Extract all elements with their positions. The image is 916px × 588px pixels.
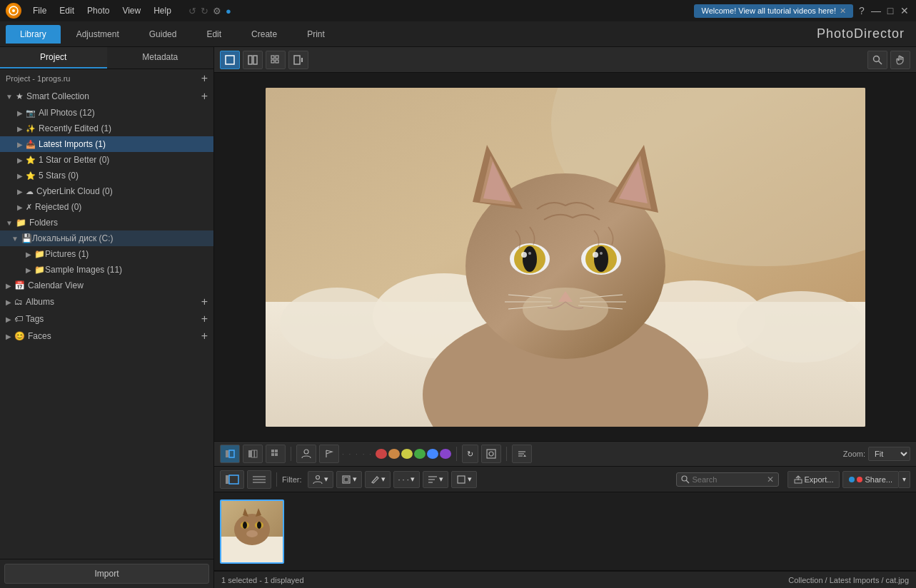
crop-filter-button[interactable]: ▾: [451, 471, 477, 488]
import-button[interactable]: Import: [4, 564, 209, 584]
folders-header[interactable]: ▼ 📁 Folders: [0, 215, 213, 230]
compare-view-button[interactable]: [243, 51, 263, 69]
grid-view-button[interactable]: [266, 51, 286, 69]
color-green[interactable]: [414, 449, 426, 459]
all-photos-icon: 📷: [26, 108, 36, 118]
sidebar-tab-project[interactable]: Project: [0, 47, 107, 69]
frame-filter-arrow: ▾: [353, 475, 357, 484]
tab-guided[interactable]: Guided: [135, 25, 191, 44]
filmstrip-view-2[interactable]: [247, 470, 271, 489]
svg-rect-2: [226, 56, 234, 64]
maximize-button[interactable]: □: [885, 5, 896, 16]
five-stars-label: 5 Stars (0): [39, 171, 79, 181]
calendar-expand: ▶: [6, 282, 11, 290]
color-blue[interactable]: [427, 449, 438, 459]
svg-point-86: [246, 530, 258, 537]
menu-file[interactable]: File: [27, 4, 52, 18]
export-button[interactable]: Export...: [787, 471, 840, 488]
sidebar-item-rejected[interactable]: ▶ ✗ Rejected (0): [0, 199, 213, 215]
close-button[interactable]: ✕: [899, 5, 910, 16]
menu-photo[interactable]: Photo: [81, 4, 115, 18]
smart-collection-header[interactable]: ▼ ★ Smart Collection +: [0, 88, 213, 105]
svg-rect-6: [276, 56, 278, 59]
tab-print[interactable]: Print: [293, 25, 339, 44]
share-button[interactable]: Share...: [842, 471, 899, 488]
sidebar-item-recently-edited[interactable]: ▶ ✨ Recently Edited (1): [0, 121, 213, 136]
sidebar-item-all-photos[interactable]: ▶ 📷 All Photos (12): [0, 105, 213, 121]
svg-rect-57: [487, 450, 495, 458]
topnav-tabs: Library Adjustment Guided Edit Create Pr…: [0, 25, 339, 44]
sidebar-item-calendar-view[interactable]: ▶ 📅 Calendar View: [0, 278, 213, 293]
flag-filter-button[interactable]: [319, 445, 339, 463]
svg-line-12: [879, 61, 882, 64]
sidebar-item-albums[interactable]: ▶ 🗂 Albums +: [0, 293, 213, 310]
tab-library[interactable]: Library: [6, 25, 61, 44]
help-button[interactable]: ?: [856, 5, 867, 16]
filmstrip-double-view[interactable]: [243, 445, 263, 463]
menu-help[interactable]: Help: [148, 4, 177, 18]
rotate-button[interactable]: ↻: [462, 445, 478, 463]
filmstrip-single-view[interactable]: [220, 445, 240, 463]
svg-rect-4: [253, 56, 257, 64]
sidebar-item-pictures[interactable]: ▶ 📁 Pictures (1): [0, 246, 213, 262]
sidebar-item-five-stars[interactable]: ▶ ⭐ 5 Stars (0): [0, 168, 213, 183]
export-group: Export...: [787, 471, 840, 488]
dots-separator: · · · · ·: [342, 450, 373, 458]
share-dropdown-button[interactable]: ▾: [899, 471, 910, 488]
sidebar-item-latest-imports[interactable]: ▶ 📥 Latest Imports (1): [0, 136, 213, 152]
frame-filter-button[interactable]: ▾: [336, 471, 362, 488]
calendar-icon: 📅: [14, 280, 25, 290]
settings-icon[interactable]: ⚙: [213, 6, 221, 16]
albums-icon: 🗂: [14, 297, 23, 307]
menu-view[interactable]: View: [116, 4, 146, 18]
menu-edit[interactable]: Edit: [54, 4, 80, 18]
extend-view-button[interactable]: [288, 51, 308, 69]
more-filter-button[interactable]: · · · ▾: [393, 471, 420, 488]
color-orange[interactable]: [388, 449, 400, 459]
filmstrip-grid-view[interactable]: [266, 445, 286, 463]
notification-banner[interactable]: Welcome! View all tutorial videos here! …: [694, 4, 853, 18]
thumbnail-1[interactable]: [220, 500, 284, 564]
minimize-button[interactable]: —: [870, 5, 882, 16]
hand-tool-button[interactable]: [890, 51, 910, 69]
person-filter-button[interactable]: [296, 445, 316, 463]
color-red[interactable]: [376, 449, 387, 459]
tab-adjustment[interactable]: Adjustment: [62, 25, 134, 44]
color-yellow[interactable]: [401, 449, 413, 459]
sidebar-item-tags[interactable]: ▶ 🏷 Tags +: [0, 310, 213, 328]
sidebar-item-faces[interactable]: ▶ 😊 Faces +: [0, 328, 213, 345]
search-view-button[interactable]: [867, 51, 887, 69]
compare-button[interactable]: [481, 445, 501, 463]
albums-add-button[interactable]: +: [201, 296, 208, 308]
project-add-button[interactable]: +: [201, 73, 208, 84]
sort-down-button[interactable]: [512, 445, 532, 463]
svg-rect-63: [229, 475, 238, 484]
tab-create[interactable]: Create: [237, 25, 291, 44]
sidebar-item-cyberlink-cloud[interactable]: ▶ ☁ CyberLink Cloud (0): [0, 183, 213, 199]
search-clear-button[interactable]: ✕: [767, 475, 774, 485]
brush-filter-button[interactable]: ▾: [365, 471, 391, 488]
redo-icon[interactable]: ↻: [201, 6, 208, 16]
svg-rect-52: [271, 450, 274, 452]
sidebar-tab-metadata[interactable]: Metadata: [107, 47, 214, 69]
notification-close[interactable]: ✕: [840, 6, 846, 16]
people-filter-button[interactable]: ▾: [308, 471, 333, 488]
single-view-button[interactable]: [220, 51, 240, 69]
sidebar-item-local-disk[interactable]: ▼ 💾 Локальный диск (C:): [0, 230, 213, 246]
svg-rect-53: [275, 450, 278, 452]
share-group: Share... ▾: [842, 471, 910, 488]
sidebar-item-one-star[interactable]: ▶ ⭐ 1 Star or Better (0): [0, 152, 213, 168]
faces-label: Faces: [28, 331, 51, 341]
color-purple[interactable]: [440, 449, 451, 459]
tab-edit[interactable]: Edit: [192, 25, 236, 44]
tags-add-button[interactable]: +: [201, 313, 208, 325]
rejected-label: Rejected (0): [35, 202, 81, 212]
sort-filter-button[interactable]: ▾: [423, 471, 448, 488]
smart-collection-add-button[interactable]: +: [201, 91, 208, 102]
sidebar-item-sample-images[interactable]: ▶ 📁 Sample Images (11): [0, 262, 213, 278]
zoom-select[interactable]: Fit 25% 50% 100% 200%: [868, 447, 910, 461]
search-input[interactable]: [693, 475, 764, 484]
faces-add-button[interactable]: +: [201, 330, 208, 342]
filmstrip-view-1[interactable]: [220, 470, 244, 489]
undo-icon[interactable]: ↺: [188, 6, 196, 16]
